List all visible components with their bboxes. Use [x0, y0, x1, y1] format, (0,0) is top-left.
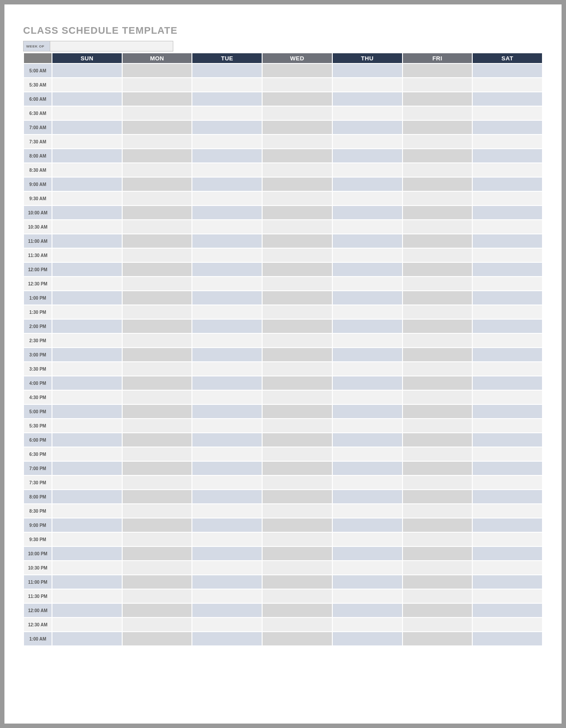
schedule-cell[interactable]	[192, 561, 262, 574]
schedule-cell[interactable]	[123, 263, 192, 276]
schedule-cell[interactable]	[333, 447, 402, 461]
schedule-cell[interactable]	[123, 305, 192, 319]
schedule-cell[interactable]	[473, 263, 542, 276]
schedule-cell[interactable]	[403, 92, 472, 106]
schedule-cell[interactable]	[52, 547, 122, 560]
schedule-cell[interactable]	[403, 590, 472, 603]
schedule-cell[interactable]	[123, 178, 192, 191]
schedule-cell[interactable]	[192, 305, 262, 319]
schedule-cell[interactable]	[473, 348, 542, 361]
schedule-cell[interactable]	[403, 447, 472, 461]
schedule-cell[interactable]	[263, 78, 332, 91]
schedule-cell[interactable]	[123, 476, 192, 489]
schedule-cell[interactable]	[263, 590, 332, 603]
schedule-cell[interactable]	[123, 376, 192, 390]
schedule-cell[interactable]	[52, 618, 122, 631]
schedule-cell[interactable]	[52, 518, 122, 532]
schedule-cell[interactable]	[263, 348, 332, 361]
schedule-cell[interactable]	[52, 305, 122, 319]
schedule-cell[interactable]	[52, 447, 122, 461]
schedule-cell[interactable]	[403, 348, 472, 361]
schedule-cell[interactable]	[123, 533, 192, 546]
schedule-cell[interactable]	[473, 206, 542, 219]
schedule-cell[interactable]	[333, 234, 402, 248]
schedule-cell[interactable]	[403, 78, 472, 91]
schedule-cell[interactable]	[123, 291, 192, 305]
schedule-cell[interactable]	[192, 348, 262, 361]
schedule-cell[interactable]	[52, 590, 122, 603]
schedule-cell[interactable]	[52, 476, 122, 489]
schedule-cell[interactable]	[263, 320, 332, 333]
schedule-cell[interactable]	[403, 376, 472, 390]
schedule-cell[interactable]	[263, 192, 332, 205]
schedule-cell[interactable]	[123, 419, 192, 432]
schedule-cell[interactable]	[52, 192, 122, 205]
schedule-cell[interactable]	[123, 121, 192, 134]
schedule-cell[interactable]	[403, 305, 472, 319]
schedule-cell[interactable]	[403, 320, 472, 333]
schedule-cell[interactable]	[263, 433, 332, 447]
schedule-cell[interactable]	[192, 632, 262, 645]
schedule-cell[interactable]	[333, 206, 402, 219]
schedule-cell[interactable]	[403, 163, 472, 177]
schedule-cell[interactable]	[52, 604, 122, 617]
schedule-cell[interactable]	[473, 490, 542, 503]
schedule-cell[interactable]	[123, 163, 192, 177]
schedule-cell[interactable]	[263, 561, 332, 574]
schedule-cell[interactable]	[403, 575, 472, 589]
schedule-cell[interactable]	[473, 447, 542, 461]
schedule-cell[interactable]	[333, 419, 402, 432]
schedule-cell[interactable]	[473, 547, 542, 560]
schedule-cell[interactable]	[333, 391, 402, 404]
schedule-cell[interactable]	[192, 192, 262, 205]
schedule-cell[interactable]	[192, 121, 262, 134]
schedule-cell[interactable]	[333, 504, 402, 518]
schedule-cell[interactable]	[403, 149, 472, 162]
schedule-cell[interactable]	[333, 334, 402, 347]
schedule-cell[interactable]	[473, 163, 542, 177]
schedule-cell[interactable]	[123, 590, 192, 603]
schedule-cell[interactable]	[123, 249, 192, 262]
schedule-cell[interactable]	[403, 561, 472, 574]
schedule-cell[interactable]	[333, 547, 402, 560]
schedule-cell[interactable]	[192, 291, 262, 305]
schedule-cell[interactable]	[333, 575, 402, 589]
schedule-cell[interactable]	[333, 533, 402, 546]
schedule-cell[interactable]	[263, 277, 332, 290]
schedule-cell[interactable]	[52, 249, 122, 262]
schedule-cell[interactable]	[403, 618, 472, 631]
schedule-cell[interactable]	[473, 391, 542, 404]
schedule-cell[interactable]	[333, 590, 402, 603]
schedule-cell[interactable]	[192, 107, 262, 120]
schedule-cell[interactable]	[403, 405, 472, 418]
schedule-cell[interactable]	[192, 135, 262, 148]
schedule-cell[interactable]	[192, 575, 262, 589]
schedule-cell[interactable]	[263, 234, 332, 248]
schedule-cell[interactable]	[473, 518, 542, 532]
schedule-cell[interactable]	[333, 405, 402, 418]
schedule-cell[interactable]	[263, 178, 332, 191]
schedule-cell[interactable]	[333, 78, 402, 91]
schedule-cell[interactable]	[263, 533, 332, 546]
schedule-cell[interactable]	[473, 135, 542, 148]
schedule-cell[interactable]	[473, 362, 542, 376]
schedule-cell[interactable]	[403, 206, 472, 219]
schedule-cell[interactable]	[473, 476, 542, 489]
schedule-cell[interactable]	[52, 277, 122, 290]
schedule-cell[interactable]	[333, 178, 402, 191]
schedule-cell[interactable]	[123, 192, 192, 205]
schedule-cell[interactable]	[403, 178, 472, 191]
schedule-cell[interactable]	[473, 220, 542, 233]
schedule-cell[interactable]	[403, 533, 472, 546]
schedule-cell[interactable]	[263, 476, 332, 489]
schedule-cell[interactable]	[473, 78, 542, 91]
schedule-cell[interactable]	[403, 518, 472, 532]
schedule-cell[interactable]	[333, 107, 402, 120]
schedule-cell[interactable]	[263, 220, 332, 233]
schedule-cell[interactable]	[123, 320, 192, 333]
schedule-cell[interactable]	[263, 135, 332, 148]
schedule-cell[interactable]	[192, 206, 262, 219]
schedule-cell[interactable]	[123, 78, 192, 91]
schedule-cell[interactable]	[192, 490, 262, 503]
schedule-cell[interactable]	[333, 291, 402, 305]
